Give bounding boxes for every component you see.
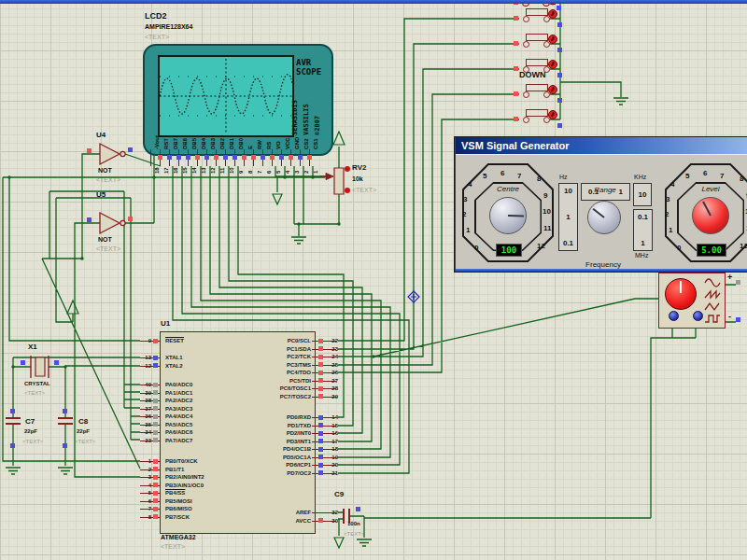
mcu-pin[interactable]: PD6/ICP120 (241, 461, 338, 469)
lcd-pin[interactable]: 13 (193, 149, 203, 177)
lcd-pin[interactable]: 3 (287, 149, 296, 177)
mcu-pin[interactable]: PC4/TDO26 (241, 369, 338, 377)
siggen-mini-knob-right[interactable] (693, 311, 703, 321)
push-button[interactable] (513, 108, 563, 133)
mcu-pin[interactable]: 35PA5/ADC5 (138, 421, 192, 429)
push-button[interactable] (513, 83, 563, 108)
mcu-pin[interactable]: PC1/SDA23 (241, 345, 338, 354)
mcu-pins-power: AREF32AVCC30 (241, 509, 338, 525)
lcd-pin[interactable]: 4 (277, 149, 287, 177)
mcu-pin[interactable]: 12XTAL2 (138, 362, 183, 371)
button-actuator-icon[interactable] (548, 35, 557, 44)
mcu-pin[interactable]: PC6/TOSC128 (241, 385, 338, 393)
button-body[interactable] (526, 109, 548, 117)
mcu-pin[interactable]: PC7/TOSC229 (241, 393, 338, 401)
mcu-pin[interactable]: PD7/OC221 (241, 469, 338, 478)
mcu-pin[interactable]: 9RESET (138, 337, 184, 345)
lcd-pin-name: RW (249, 122, 259, 149)
lcd-pin[interactable]: 16 (165, 149, 175, 177)
siggen-knob-icon[interactable] (665, 278, 697, 310)
mcu-pin[interactable]: PC0/SCL22 (241, 337, 338, 345)
centre-scale-9: 9 (543, 191, 547, 200)
mcu-pin[interactable]: PD1/TXD15 (241, 422, 338, 430)
lcd-pin[interactable]: 2 (296, 149, 305, 177)
mcu-pin[interactable]: 38PA2/ADC2 (138, 397, 192, 405)
mcu-pin[interactable]: 34PA6/ADC6 (138, 428, 192, 437)
button-body[interactable] (526, 59, 548, 66)
lcd-pin[interactable]: 6 (259, 149, 268, 177)
push-button[interactable] (513, 7, 563, 33)
lcd-pin-name: VCC (277, 122, 287, 149)
mcu-pins-porta: 40PA0/ADC039PA1/ADC138PA2/ADC237PA3/ADC3… (138, 381, 192, 444)
mcu-pin[interactable]: 40PA0/ADC0 (138, 381, 192, 389)
lcd-pin[interactable]: 18 (147, 149, 156, 177)
button-body[interactable] (526, 34, 548, 41)
mcu-pins-xtal: 13XTAL112XTAL2 (138, 354, 183, 370)
mcu-pin[interactable]: PD2/INT016 (241, 429, 338, 438)
lcd-pin[interactable]: 14 (184, 149, 193, 177)
centre-knob[interactable] (489, 197, 527, 234)
signal-generator-icon[interactable] (658, 273, 726, 329)
lcd-pin-names: -VoutRSTDB7DB6DB5DB4DB3DB2DB1DB0ERWRSVOV… (147, 122, 315, 149)
level-knob[interactable] (692, 197, 729, 234)
mcu-pin[interactable]: 33PA7/ADC7 (138, 437, 192, 445)
mcu-pin[interactable]: AREF32 (241, 509, 338, 517)
mcu-pins-portd: PD0/RXD14PD1/TXD15PD2/INT016PD3/INT117PD… (241, 413, 338, 477)
range-top-right-scale[interactable]: 10 (633, 183, 652, 206)
mcu-pin[interactable]: 6PB5/MOSI (138, 497, 204, 506)
push-button[interactable] (513, 33, 563, 58)
centre-value-display: 100 (496, 244, 522, 257)
mcu-pin[interactable]: 7PB6/MISO (138, 505, 204, 513)
lcd-pin[interactable]: 8 (240, 149, 249, 177)
mcu-pin[interactable]: PC2/TCK24 (241, 353, 338, 361)
button-actuator-icon[interactable] (548, 110, 557, 119)
lcd-pin[interactable]: 10 (221, 149, 231, 177)
mcu-pin[interactable]: 36PA4/ADC4 (138, 413, 192, 421)
window-top-border (0, 0, 747, 4)
mcu-pin[interactable]: PC5/TDI27 (241, 377, 338, 385)
mcu-pin[interactable]: PD0/RXD14 (241, 413, 338, 422)
mcu-pin[interactable]: AVCC30 (241, 517, 338, 525)
range-knob[interactable] (587, 201, 621, 234)
button-actuator-icon[interactable] (548, 60, 557, 69)
range-right-scale[interactable]: 0.1 1 (633, 209, 653, 251)
siggen-mini-knob-left[interactable] (669, 311, 679, 321)
lcd-pin[interactable]: 12 (203, 149, 212, 177)
mcu-pin[interactable]: 8PB7/SCK (138, 513, 204, 522)
mcu-pin[interactable]: 39PA1/ADC1 (138, 389, 192, 398)
vsm-title-bar[interactable]: VSM Signal Generator (456, 137, 747, 154)
vsm-body: 5 6 7 8 4 3 2 1 0 9 10 11 12 Centre 100 … (456, 154, 747, 270)
button-actuator-icon[interactable] (548, 9, 557, 19)
range-unit-hz: Hz (559, 174, 568, 180)
level-scale-6: 6 (703, 169, 707, 177)
button-terminal-left (523, 41, 529, 48)
mcu-pin[interactable]: PD3/INT117 (241, 438, 338, 446)
button-state-square (557, 48, 562, 52)
lcd-pin[interactable]: 9 (231, 149, 240, 177)
mcu-pin[interactable]: 13XTAL1 (138, 354, 183, 362)
lcd-pin[interactable]: 15 (175, 149, 184, 177)
button-body[interactable] (526, 8, 548, 16)
button-terminal-left (523, 16, 529, 22)
button-body[interactable] (526, 84, 548, 91)
mcu-pin[interactable]: PC3/TMS25 (241, 361, 338, 370)
vsm-signal-generator-window[interactable]: VSM Signal Generator 5 6 7 8 4 3 2 1 0 9… (455, 137, 747, 272)
mcu-pin[interactable]: 3PB2/AIN0/INT2 (138, 473, 204, 482)
mcu-pin[interactable]: 4PB3/AIN1/OC0 (138, 482, 204, 490)
mcu-pin[interactable]: PD5/OC1A19 (241, 454, 338, 462)
lcd-pin[interactable]: 7 (249, 149, 259, 177)
button-state-square (557, 22, 562, 27)
mcu-pins-portc: PC0/SCL22PC1/SDA23PC2/TCK24PC3/TMS25PC4/… (241, 337, 338, 400)
lcd-pin[interactable]: 1 (305, 149, 315, 177)
level-dial: 5 6 7 8 4 3 2 1 0 9 10 11 12 Level 5.00 (665, 163, 747, 262)
mcu-pin[interactable]: 1PB0/T0/XCK (138, 457, 204, 466)
lcd-pin[interactable]: 17 (156, 149, 165, 177)
lcd-pin[interactable]: 5 (268, 149, 277, 177)
button-actuator-icon[interactable] (548, 85, 557, 94)
mcu-pin[interactable]: 5PB4/SS (138, 489, 204, 497)
mcu-pin[interactable]: 2PB1/T1 (138, 466, 204, 474)
mcu-pin[interactable]: PD4/OC1B18 (241, 445, 338, 454)
lcd-pin[interactable]: 11 (212, 149, 221, 177)
mcu-pin[interactable]: 37PA3/ADC3 (138, 405, 192, 413)
range-left-scale[interactable]: 10 1 0.1 (558, 183, 578, 251)
